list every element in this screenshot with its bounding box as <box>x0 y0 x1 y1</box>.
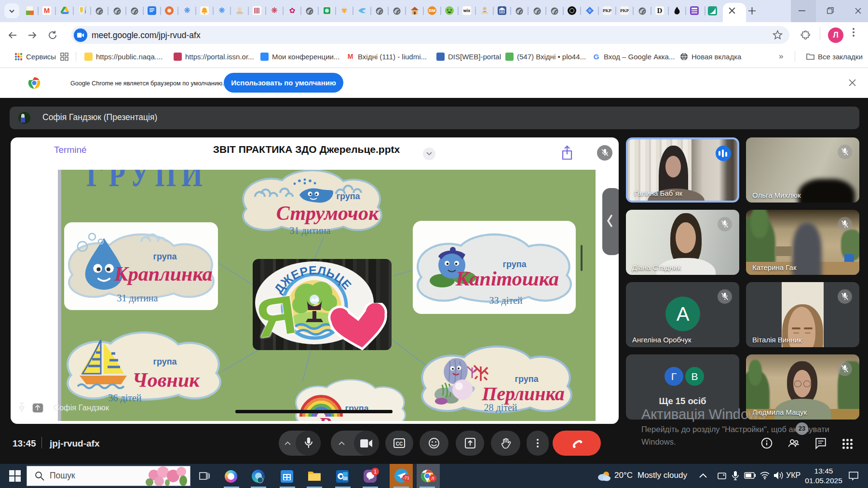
svg-text:CC: CC <box>396 441 403 447</box>
